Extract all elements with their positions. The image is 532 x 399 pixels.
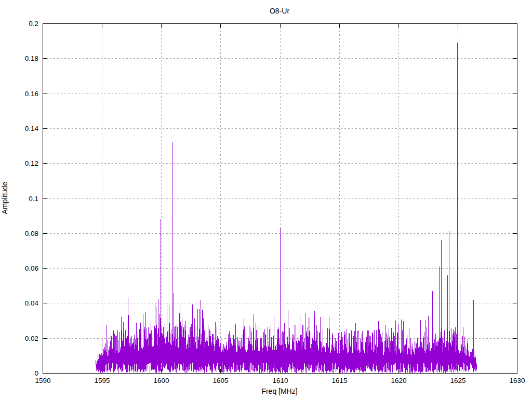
spectrum-chart: 15901595160016051610161516201625163000.0… [0, 0, 532, 399]
chart-title: O8-Ur [270, 7, 289, 15]
x-tick-label: 1610 [272, 377, 288, 384]
y-tick-label: 0 [34, 369, 38, 377]
x-tick-label: 1600 [153, 377, 169, 384]
x-tick-label: 1625 [450, 377, 466, 384]
x-tick-label: 1595 [94, 377, 110, 384]
y-tick-label: 0.02 [25, 335, 38, 342]
plot-border [43, 23, 517, 373]
y-tick-label: 0.12 [25, 159, 38, 167]
spectrum-plot-canvas: 15901595160016051610161516201625163000.0… [0, 0, 532, 399]
peak-spikes-trace [128, 43, 474, 371]
y-tick-label: 0.04 [25, 299, 39, 307]
grid-layer [43, 23, 517, 373]
y-tick-label: 0.14 [25, 125, 39, 132]
x-tick-label: 1590 [35, 377, 50, 384]
x-axis-title: Freq [MHz] [261, 387, 297, 395]
y-tick-label: 0.18 [25, 55, 38, 62]
y-tick-label: 0.2 [29, 20, 38, 28]
data-layer [96, 43, 477, 373]
x-tick-label: 1605 [212, 377, 228, 384]
y-tick-label: 0.16 [25, 90, 38, 98]
y-axis-title: Amplitude [1, 182, 9, 214]
y-tick-label: 0.06 [25, 264, 38, 272]
x-tick-label: 1615 [331, 377, 347, 384]
y-tick-label: 0.08 [25, 230, 38, 237]
x-tick-label: 1620 [391, 377, 406, 384]
x-tick-label: 1630 [509, 377, 525, 384]
noise-band-trace [96, 293, 477, 373]
tick-label-layer: 15901595160016051610161516201625163000.0… [25, 20, 525, 384]
y-tick-label: 0.1 [29, 195, 38, 203]
